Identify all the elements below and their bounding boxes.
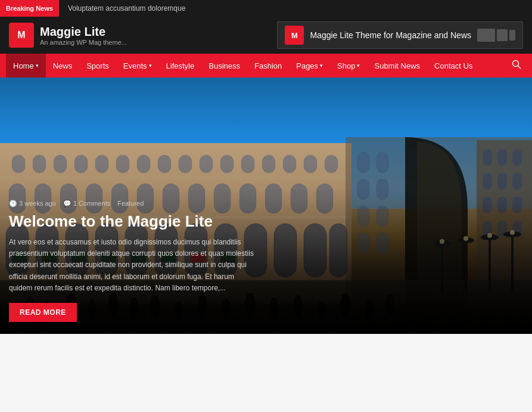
header-ad-devices — [477, 29, 515, 42]
device-phone — [509, 30, 515, 41]
chevron-down-icon: ▾ — [320, 63, 323, 69]
logo-icon: M — [9, 23, 34, 48]
nav-menu: Home ▾ News Sports Events ▾ Lifestyle — [6, 54, 507, 78]
nav-link-news[interactable]: News — [46, 54, 80, 78]
breaking-news-text: Voluptatem accusantium doloremque — [59, 4, 185, 13]
hero-comments[interactable]: 1 Comments — [63, 200, 110, 207]
nav-item-contact[interactable]: Contact Us — [427, 54, 480, 78]
comment-icon — [63, 200, 71, 207]
hero-title: Welcome to the Maggie Lite — [9, 212, 520, 231]
nav-item-shop[interactable]: Shop ▾ — [330, 54, 367, 78]
chevron-down-icon: ▾ — [149, 63, 152, 69]
nav-item-news[interactable]: News — [46, 54, 80, 78]
nav-item-sports[interactable]: Sports — [79, 54, 116, 78]
header-advertisement[interactable]: M Maggie Lite Theme for Magazine and New… — [277, 21, 523, 49]
chevron-down-icon: ▾ — [36, 63, 39, 69]
hero-category-badge[interactable]: Featured — [117, 200, 144, 207]
svg-point-0 — [513, 61, 519, 67]
device-monitor — [477, 29, 495, 42]
svg-line-1 — [518, 66, 521, 69]
site-header: M Maggie Lite An amazing WP Mag theme...… — [0, 17, 532, 54]
nav-link-business[interactable]: Business — [201, 54, 247, 78]
nav-item-home[interactable]: Home ▾ — [6, 54, 46, 78]
nav-item-pages[interactable]: Pages ▾ — [289, 54, 330, 78]
nav-item-events[interactable]: Events ▾ — [116, 54, 159, 78]
device-tablet — [497, 29, 508, 41]
breaking-news-bar: Breaking News Voluptatem accusantium dol… — [0, 0, 532, 17]
nav-link-sports[interactable]: Sports — [79, 54, 116, 78]
nav-link-events[interactable]: Events ▾ — [116, 54, 159, 78]
main-navigation: Home ▾ News Sports Events ▾ Lifestyle — [0, 54, 532, 78]
read-more-button[interactable]: READ MORE — [9, 303, 77, 322]
site-name: Maggie Lite — [40, 24, 127, 39]
hero-meta: 3 weeks ago 1 Comments Featured — [9, 200, 520, 207]
header-ad-text: Maggie Lite Theme for Magazine and News — [310, 30, 471, 40]
nav-link-lifestyle[interactable]: Lifestyle — [159, 54, 202, 78]
nav-link-pages[interactable]: Pages ▾ — [289, 54, 330, 78]
nav-item-business[interactable]: Business — [201, 54, 247, 78]
search-icon[interactable] — [507, 60, 526, 72]
nav-item-fashion[interactable]: Fashion — [247, 54, 289, 78]
header-ad-icon: M — [285, 26, 304, 45]
nav-link-home[interactable]: Home ▾ — [6, 54, 46, 78]
hero-content-overlay: 3 weeks ago 1 Comments Featured Welcome … — [0, 188, 532, 334]
nav-item-submit-news[interactable]: Submit News — [367, 54, 427, 78]
hero-time: 3 weeks ago — [9, 200, 56, 207]
site-tagline: An amazing WP Mag theme... — [40, 39, 127, 46]
breaking-news-label: Breaking News — [0, 0, 59, 17]
nav-link-shop[interactable]: Shop ▾ — [330, 54, 367, 78]
hero-excerpt: At vero eos et accusamus et iusto odio d… — [9, 237, 259, 294]
nav-item-lifestyle[interactable]: Lifestyle — [159, 54, 202, 78]
hero-section: 3 weeks ago 1 Comments Featured Welcome … — [0, 78, 532, 334]
chevron-down-icon: ▾ — [357, 63, 360, 69]
nav-link-submit-news[interactable]: Submit News — [367, 54, 427, 78]
logo-text: Maggie Lite An amazing WP Mag theme... — [40, 24, 127, 46]
clock-icon — [9, 200, 17, 207]
nav-link-fashion[interactable]: Fashion — [247, 54, 289, 78]
site-logo[interactable]: M Maggie Lite An amazing WP Mag theme... — [9, 23, 127, 48]
nav-link-contact[interactable]: Contact Us — [427, 54, 480, 78]
